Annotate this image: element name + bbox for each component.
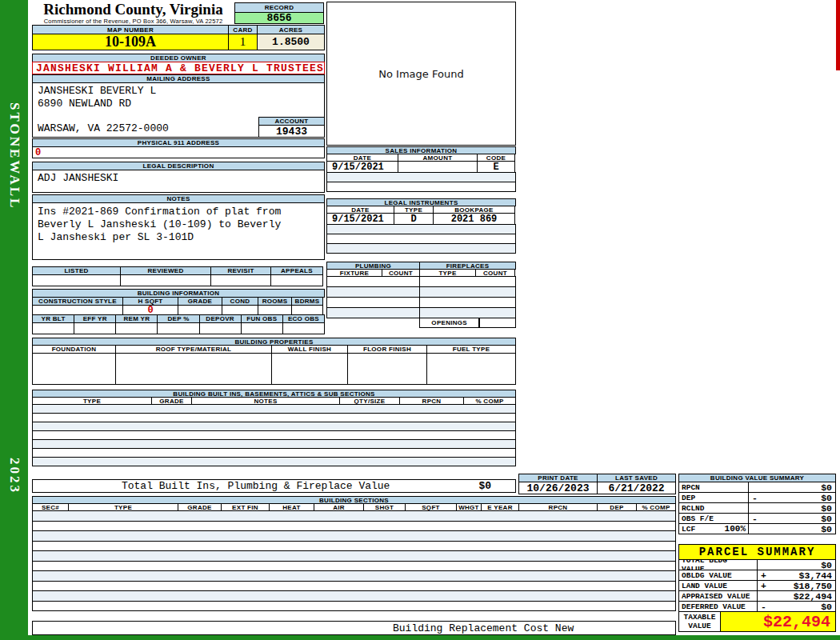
sales-information-section: SALES INFORMATION DATE AMOUNT CODE 9/15/… <box>326 146 516 192</box>
deferred-value-label: DEFERRED VALUE <box>682 602 746 611</box>
bvs-rclnd-value: $0 <box>752 503 832 514</box>
notes-line-3: L Jansheski per SL 3-101D <box>38 231 319 244</box>
account-box: ACCOUNT 19433 <box>258 117 325 138</box>
no-image-text: No Image Found <box>378 68 463 80</box>
sale-date: 9/15/2021 <box>326 161 398 173</box>
notes-line-1: Ins #2021-869 Confirmation of plat from <box>38 206 319 218</box>
total-bldg-value: $0 <box>761 560 832 570</box>
bvs-dep-value: $0 <box>758 493 832 503</box>
instrument-date: 9/15/2021 <box>326 213 394 225</box>
account-value: 19433 <box>258 125 325 138</box>
taxable-value-label: TAXABLE VALUE <box>682 613 718 630</box>
district-name: STONEWALL <box>6 102 22 210</box>
obldg-value-label: OBLDG VALUE <box>682 571 732 580</box>
plumbing-fireplaces-section: PLUMBING FIREPLACES FIXTURE COUNT TYPE C… <box>326 262 516 328</box>
district-sidebar: STONEWALL 2023 <box>0 0 28 640</box>
obldg-value: $3,744 <box>766 570 832 581</box>
built-ins-section: BUILDING BUILT INS, BASEMENTS, ATTICS & … <box>32 390 516 466</box>
right-red-edge <box>836 0 840 70</box>
bvs-dep-op: - <box>752 493 758 503</box>
taxable-value: $22,494 <box>763 613 830 631</box>
county-title: Richmond County, Virginia <box>32 1 234 18</box>
bvs-obsfe-op: - <box>752 514 758 524</box>
legal-instruments-section: LEGAL INSTRUMENTS DATE TYPE BOOKPAGE 9/1… <box>326 198 516 254</box>
instrument-bookpage: 2021 869 <box>433 213 515 225</box>
last-saved-value: 6/21/2022 <box>597 482 676 494</box>
built-ins-total-row: Total Built Ins, Plumbing & Fireplace Va… <box>32 479 516 493</box>
deferred-value-op: - <box>761 602 766 612</box>
land-value-label: LAND VALUE <box>682 582 727 590</box>
bvs-lcf-value: $0 <box>752 524 832 534</box>
card-year: 2023 <box>6 458 22 494</box>
parcel-summary: PARCEL SUMMARY TOTAL BLDG VALUE $0 OBLDG… <box>678 544 836 632</box>
instrument-row-1: 9/15/2021 D 2021 869 <box>326 213 516 225</box>
bvs-rpcn-label: RPCN <box>682 483 700 492</box>
built-ins-total-value: $0 <box>478 480 515 492</box>
building-information-section: BUILDING INFORMATION CONSTRUCTION STYLE … <box>32 289 325 334</box>
obldg-value-op: + <box>761 570 766 581</box>
appraised-value-label: APPRAISED VALUE <box>682 592 750 601</box>
bvs-rpcn-value: $0 <box>752 482 832 493</box>
legal-description-section: LEGAL DESCRIPTION ADJ JANSHESKI <box>32 162 325 193</box>
map-card-acres: MAP NUMBER CARD ACRES 10-109A 1 1.8500 <box>32 25 325 50</box>
land-value: $18,750 <box>766 581 832 591</box>
commissioner-line: Commissioner of the Revenue, PO Box 366,… <box>32 18 234 25</box>
record-box: RECORD 8656 <box>234 2 324 24</box>
record-value: 8656 <box>234 12 324 24</box>
openings-label: OPENINGS <box>419 318 479 328</box>
land-value-op: + <box>761 581 766 591</box>
print-date-value: 10/26/2023 <box>518 482 598 494</box>
building-value-summary: BUILDING VALUE SUMMARY RPCN $0 DEP -$0 R… <box>678 474 836 534</box>
review-values-row <box>32 274 325 286</box>
county-header: Richmond County, Virginia Commissioner o… <box>32 1 234 25</box>
mailing-line-1: JANSHESKI BEVERLY L <box>38 85 324 98</box>
bvs-obsfe-value: $0 <box>758 514 832 524</box>
building-sections: BUILDING SECTIONS SEC# TYPE GRADE EXT FI… <box>32 496 676 611</box>
sales-row-1: 9/15/2021 E <box>326 161 516 173</box>
building-replacement-row: Building Replacement Cost New <box>32 621 676 635</box>
notes-section: NOTES Ins #2021-869 Confirmation of plat… <box>32 194 325 260</box>
sale-code: E <box>477 161 515 173</box>
card-value: 1 <box>228 34 258 50</box>
property-photo-placeholder: No Image Found <box>326 2 516 146</box>
building-replacement-label: Building Replacement Cost New <box>32 621 676 635</box>
deferred-value: $0 <box>766 602 832 612</box>
built-ins-total-label: Total Built Ins, Plumbing & Fireplace Va… <box>33 480 478 492</box>
review-table: LISTED REVIEWED REVISIT APPEALS <box>32 266 325 286</box>
instrument-type: D <box>394 213 434 225</box>
bottom-border-strip <box>0 635 840 640</box>
notes-box: Ins #2021-869 Confirmation of plat from … <box>32 202 325 260</box>
bvs-dep-label: DEP <box>682 494 695 502</box>
bvs-obsfe-label: OBS F/E <box>682 514 714 523</box>
print-info-section: PRINT DATE LAST SAVED 10/26/2023 6/21/20… <box>518 474 676 494</box>
building-properties-section: BUILDING PROPERTIES FOUNDATION ROOF TYPE… <box>32 338 516 385</box>
physical-address-section: PHYSICAL 911 ADDRESS 0 <box>32 138 325 158</box>
parcel-summary-title: PARCEL SUMMARY <box>678 544 836 560</box>
appraised-value: $22,494 <box>761 591 832 602</box>
notes-line-2: Beverly L Jansheski (10-109) to Beverly <box>38 218 319 231</box>
map-number-value: 10-109A <box>32 34 229 50</box>
acres-value: 1.8500 <box>257 34 325 50</box>
bvs-lcf-label: LCF <box>682 525 695 534</box>
deeded-owner-section: DEEDED OWNER JANSHESKI WILLIAM A & BEVER… <box>32 54 325 74</box>
sale-amount <box>398 161 478 173</box>
total-bldg-value-label: TOTAL BLDG VALUE <box>682 559 754 570</box>
bvs-lcf-pct: 100% <box>725 524 746 534</box>
legal-description-value: ADJ JANSHESKI <box>32 170 325 193</box>
physical-address-value: 0 <box>32 146 325 158</box>
mailing-line-2: 6890 NEWLAND RD <box>38 98 324 110</box>
bvs-rclnd-label: RCLND <box>682 504 705 513</box>
deeded-owner-value: JANSHESKI WILLIAM A & BEVERLY L TRUSTEES <box>32 62 325 74</box>
